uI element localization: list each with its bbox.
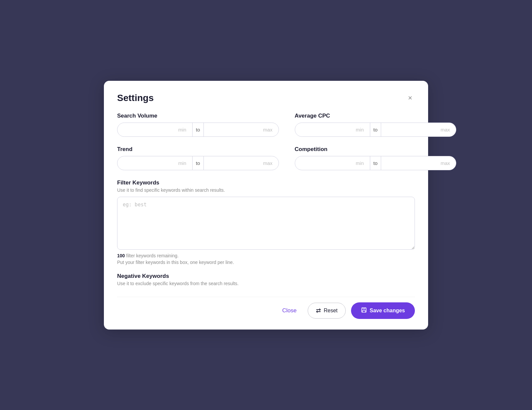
fields-grid: Search Volume to Average CPC to Trend [117,113,415,170]
competition-max-input[interactable] [381,156,456,170]
save-changes-label: Save changes [370,308,405,314]
competition-range: to [295,156,457,170]
settings-modal: Settings × Search Volume to Average CPC … [104,81,428,330]
filter-keywords-section: Filter Keywords Use it to find specific … [117,179,415,265]
trend-min-input[interactable] [117,156,192,170]
filter-keywords-count-bold: 100 [117,253,125,258]
modal-title: Settings [117,93,154,103]
search-volume-max-input[interactable] [204,123,279,136]
modal-footer: Close ⇄ Reset Save changes [117,297,415,319]
average-cpc-min-input[interactable] [295,123,370,136]
trend-max-input[interactable] [204,156,279,170]
average-cpc-to: to [370,123,381,136]
average-cpc-group: Average CPC to [295,113,457,137]
reset-button[interactable]: ⇄ Reset [308,303,346,319]
close-button[interactable]: Close [276,303,302,318]
trend-range: to [117,156,279,170]
competition-to: to [370,156,381,170]
close-icon-button[interactable]: × [405,93,415,103]
filter-keywords-count-text: filter keywords remaining. [125,253,179,258]
reset-icon: ⇄ [316,307,321,314]
search-volume-to: to [192,123,204,136]
modal-header: Settings × [117,93,415,103]
modal-overlay: Settings × Search Volume to Average CPC … [0,0,532,410]
competition-label: Competition [295,146,457,153]
filter-keywords-count: 100 filter keywords remaining. [117,253,415,258]
negative-keywords-title: Negative Keywords [117,273,415,280]
filter-keywords-title: Filter Keywords [117,179,415,186]
save-changes-button[interactable]: Save changes [351,302,415,319]
filter-keywords-textarea[interactable] [117,197,415,250]
negative-keywords-section: Negative Keywords Use it to exclude spec… [117,273,415,286]
reset-label: Reset [324,308,337,314]
filter-keywords-hint: Put your filter keywords in this box, on… [117,260,415,265]
average-cpc-max-input[interactable] [381,123,456,136]
search-volume-label: Search Volume [117,113,279,119]
trend-label: Trend [117,146,279,153]
search-volume-range: to [117,123,279,137]
filter-keywords-description: Use it to find specific keywords within … [117,187,415,193]
average-cpc-label: Average CPC [295,113,457,119]
negative-keywords-description: Use it to exclude specific keywords from… [117,281,415,286]
competition-min-input[interactable] [295,156,370,170]
competition-group: Competition to [295,146,457,170]
trend-group: Trend to [117,146,279,170]
trend-to: to [192,156,204,170]
search-volume-group: Search Volume to [117,113,279,137]
save-icon [361,307,367,314]
average-cpc-range: to [295,123,457,137]
search-volume-min-input[interactable] [117,123,192,136]
